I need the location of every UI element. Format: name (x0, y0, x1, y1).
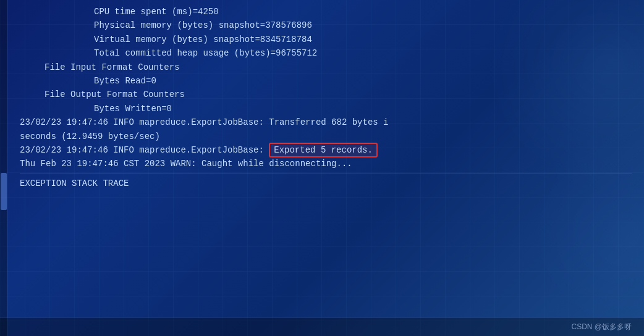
log-line-virtual-memory: Virtual memory (bytes) snapshot=83457187… (20, 33, 632, 46)
exception-line: EXCEPTION STACK TRACE (20, 174, 632, 190)
log-line-seconds: seconds (12.9459 bytes/sec) (20, 130, 632, 143)
scrollbar[interactable] (0, 0, 7, 336)
exported-records-highlight: Exported 5 records. (269, 143, 378, 158)
log-line-warn: Thu Feb 23 19:47:46 CST 2023 WARN: Caugh… (20, 157, 632, 170)
bottom-bar: CSDN @饭多多呀 (0, 317, 644, 336)
log-line-transfer: 23/02/23 19:47:46 INFO mapreduce.ExportJ… (20, 116, 632, 129)
log-line-physical-memory: Physical memory (bytes) snapshot=3785768… (20, 19, 632, 32)
log-line-heap-usage: Total committed heap usage (bytes)=96755… (20, 46, 632, 60)
log-line-exported: 23/02/23 19:47:46 INFO mapreduce.ExportJ… (20, 143, 632, 157)
log-line-file-output: File Output Format Counters (20, 88, 632, 101)
bottom-label: CSDN @饭多多呀 (571, 322, 632, 332)
log-line-bytes-read: Bytes Read=0 (20, 74, 632, 88)
log-line-bytes-written: Bytes Written=0 (20, 102, 632, 116)
log-line-file-input: File Input Format Counters (20, 61, 632, 74)
log-line-cpu-time: CPU time spent (ms)=4250 (20, 5, 632, 19)
terminal-content: CPU time spent (ms)=4250 Physical memory… (7, 0, 644, 336)
scrollbar-thumb[interactable] (1, 173, 7, 210)
